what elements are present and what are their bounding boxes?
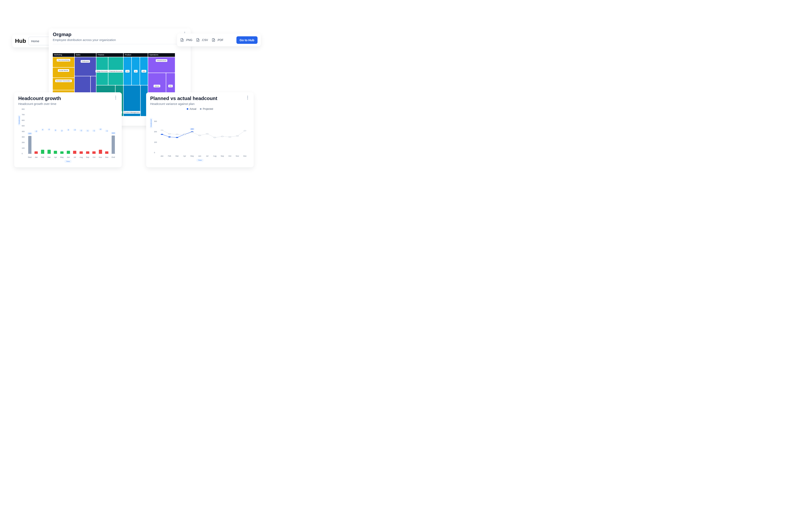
bar-value-label: -2 bbox=[34, 130, 38, 133]
pv-more-menu-icon[interactable] bbox=[246, 96, 250, 100]
waterfall-bar[interactable]: -1 bbox=[92, 133, 96, 154]
treemap-cell[interactable]: Outbound bbox=[75, 57, 96, 76]
treemap-cell[interactable]: Infrastructure bbox=[148, 57, 175, 73]
treemap-cell[interactable]: Social Media bbox=[53, 68, 74, 77]
x-tick: Sep bbox=[85, 156, 90, 158]
x-tick: Jun bbox=[66, 156, 71, 158]
y-tick: 800 bbox=[22, 108, 24, 110]
hub-select-value: Home bbox=[31, 39, 39, 43]
x-tick: Mar bbox=[174, 155, 179, 157]
treemap-header-product: Product bbox=[123, 53, 148, 57]
treemap-header-sales: Sales bbox=[75, 53, 96, 57]
treemap-header-operations: Operations bbox=[148, 53, 175, 57]
bar-value-label: -1 bbox=[79, 129, 83, 132]
y-tick: 100 bbox=[154, 141, 157, 143]
orgmap-subtitle: Employee distribution across your organi… bbox=[53, 38, 116, 42]
pv-subtitle: Headcount variance against plan bbox=[150, 102, 217, 106]
y-tick: 700 bbox=[22, 114, 24, 116]
y-tick: 500 bbox=[22, 125, 24, 127]
waterfall-bar[interactable]: -1 bbox=[79, 133, 83, 154]
x-tick: Oct bbox=[92, 156, 96, 158]
pv-chart: Headcount 0100200300200 JanFebMarAprMayJ… bbox=[150, 114, 250, 161]
x-tick: Aug bbox=[212, 155, 217, 157]
x-tick: Jun bbox=[197, 155, 202, 157]
go-to-hub-button[interactable]: Go to Hub bbox=[236, 36, 258, 44]
legend-projected[interactable]: Projected bbox=[200, 108, 213, 110]
x-tick: May bbox=[190, 155, 195, 157]
bar-value-label: -1 bbox=[92, 130, 96, 132]
planned-vs-actual-card: Planned vs actual headcount Headcount va… bbox=[146, 92, 254, 167]
bar-value-label: 3 bbox=[54, 129, 57, 132]
x-tick: Jan bbox=[34, 156, 39, 158]
y-tick: 0 bbox=[22, 153, 23, 155]
x-tick: Nov bbox=[98, 156, 103, 158]
treemap-cell[interactable]: UID bbox=[140, 57, 148, 85]
y-tick: 400 bbox=[22, 131, 24, 133]
waterfall-bar[interactable]: -4 bbox=[98, 132, 103, 154]
pv-legend: Actual Projected bbox=[150, 108, 250, 110]
bar-value-label: 3 bbox=[67, 129, 70, 131]
x-tick: Nov bbox=[235, 155, 240, 157]
hg-title: Headcount growth bbox=[18, 96, 61, 101]
waterfall-bar[interactable]: -3 bbox=[72, 132, 77, 154]
orgmap-title: Orgmap bbox=[53, 32, 116, 37]
hg-ylabel: Headcount bbox=[18, 115, 20, 126]
x-tick: Apr bbox=[53, 156, 58, 158]
waterfall-bar[interactable]: 2 bbox=[59, 133, 64, 154]
x-tick: Start bbox=[27, 156, 32, 158]
hg-more-menu-icon[interactable] bbox=[114, 96, 118, 100]
export-card: .PNG .CSV .PDF Go to Hub bbox=[177, 34, 261, 46]
x-tick: Jul bbox=[205, 155, 210, 157]
bar-value-label: 320 bbox=[27, 132, 32, 135]
waterfall-bar[interactable]: 328 bbox=[111, 135, 115, 154]
x-tick: Feb bbox=[167, 155, 172, 157]
y-tick: 300 bbox=[154, 120, 157, 122]
x-tick: Dec bbox=[242, 155, 248, 157]
treemap-cell[interactable]: Product Management bbox=[123, 86, 140, 116]
bar-value-label: -4 bbox=[99, 128, 102, 131]
waterfall-bar[interactable]: -2 bbox=[34, 134, 39, 154]
x-tick: Sep bbox=[220, 155, 225, 157]
treemap-header-finance: Finance bbox=[96, 53, 123, 57]
x-tick: May bbox=[59, 156, 64, 158]
hub-logo-label: Hub bbox=[15, 38, 26, 44]
pv-xlabel: Time bbox=[196, 159, 203, 162]
x-tick: Mar bbox=[47, 156, 51, 158]
download-icon bbox=[196, 38, 200, 42]
y-tick: 300 bbox=[22, 136, 24, 138]
pv-title: Planned vs actual headcount bbox=[150, 96, 217, 101]
y-tick: 200 bbox=[22, 141, 24, 144]
export-png-button[interactable]: .PNG bbox=[180, 38, 192, 42]
download-icon bbox=[180, 38, 184, 42]
treemap-cell[interactable]: Paid Advertising bbox=[53, 57, 74, 67]
y-tick: 200 bbox=[154, 131, 157, 133]
treemap-cell[interactable]: UI bbox=[132, 57, 139, 85]
waterfall-bar[interactable]: 3 bbox=[53, 133, 58, 154]
waterfall-bar[interactable]: 4 bbox=[40, 132, 45, 154]
bar-value-label: -3 bbox=[73, 129, 77, 131]
waterfall-bar[interactable]: 3 bbox=[66, 132, 71, 154]
export-pdf-button[interactable]: .PDF bbox=[212, 38, 224, 42]
bar-value-label: -1 bbox=[85, 130, 89, 132]
x-tick: Oct bbox=[227, 155, 233, 157]
y-tick: 0 bbox=[154, 152, 155, 154]
waterfall-bar[interactable]: -1 bbox=[104, 133, 109, 154]
callout-label: 200 bbox=[190, 128, 195, 130]
legend-actual[interactable]: Actual bbox=[187, 108, 196, 110]
x-tick: End bbox=[111, 156, 115, 158]
download-icon bbox=[212, 38, 215, 42]
bar-value-label: 2 bbox=[60, 130, 63, 132]
treemap-cell[interactable]: Demand Generation bbox=[53, 78, 74, 90]
waterfall-bar[interactable]: 4 bbox=[47, 132, 51, 154]
export-csv-button[interactable]: .CSV bbox=[196, 38, 208, 42]
hg-chart: Headcount 0100200300400500600700800 320-… bbox=[18, 109, 118, 162]
hg-subtitle: Headcount growth over time bbox=[18, 102, 61, 106]
bar-value-label: 4 bbox=[47, 128, 51, 131]
treemap-cell[interactable]: Wage Accounts bbox=[96, 57, 108, 85]
x-tick: Aug bbox=[79, 156, 83, 158]
treemap-cell[interactable]: UX bbox=[123, 57, 131, 85]
waterfall-bar[interactable]: -1 bbox=[85, 133, 90, 154]
treemap-cell[interactable]: Financial Accounts bbox=[108, 57, 123, 85]
waterfall-bar[interactable]: 320 bbox=[27, 136, 32, 154]
bar-value-label: -1 bbox=[105, 130, 109, 132]
